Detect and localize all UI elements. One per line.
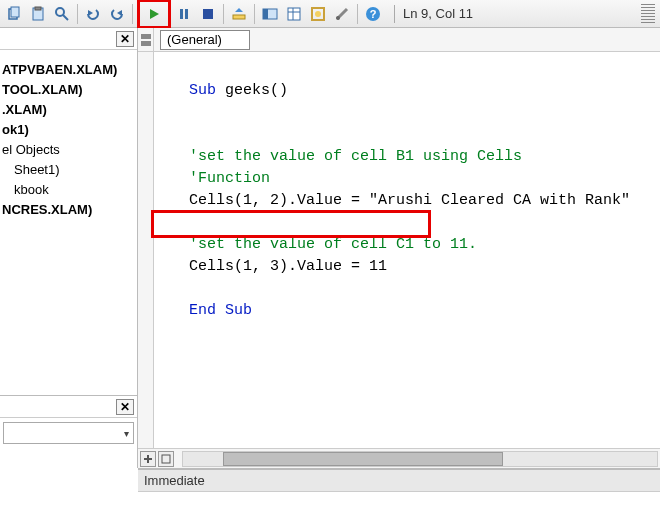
object-dropdown[interactable]: (General) — [160, 30, 250, 50]
svg-rect-12 — [233, 15, 245, 19]
svg-rect-16 — [288, 8, 300, 20]
code-editor[interactable]: Sub geeks() 'set the value of cell B1 us… — [138, 52, 660, 448]
tree-item[interactable]: Sheet1) — [0, 160, 137, 180]
tree-item[interactable]: ATPVBAEN.XLAM) — [0, 60, 137, 80]
code-line: Cells(1, 3).Value = 11 — [189, 258, 387, 275]
svg-rect-27 — [147, 455, 149, 463]
svg-rect-28 — [162, 455, 170, 463]
svg-text:?: ? — [370, 8, 377, 20]
code-text-span: geeks() — [216, 82, 288, 99]
help-icon[interactable]: ? — [362, 3, 384, 25]
toolbox-icon[interactable] — [331, 3, 353, 25]
svg-rect-11 — [203, 9, 213, 19]
split-toggle-icon[interactable] — [138, 28, 154, 51]
svg-rect-3 — [35, 7, 41, 10]
properties-dropdown[interactable]: ▾ — [3, 422, 134, 444]
code-text[interactable]: Sub geeks() 'set the value of cell B1 us… — [154, 52, 660, 448]
run-icon[interactable] — [143, 3, 165, 25]
redo-icon[interactable] — [106, 3, 128, 25]
code-keyword: Sub — [189, 82, 216, 99]
toolbar: ? Ln 9, Col 11 — [0, 0, 660, 28]
tree-item[interactable]: ok1) — [0, 120, 137, 140]
project-tree[interactable]: ATPVBAEN.XLAM) TOOL.XLAM) .XLAM) ok1) el… — [0, 50, 137, 395]
svg-marker-8 — [150, 9, 159, 19]
run-highlight — [137, 0, 171, 29]
undo-icon[interactable] — [82, 3, 104, 25]
code-editor-pane: (General) Sub geeks() 'set the value of … — [138, 28, 660, 468]
svg-point-20 — [315, 11, 321, 17]
svg-rect-25 — [141, 41, 151, 46]
tree-item[interactable]: TOOL.XLAM) — [0, 80, 137, 100]
svg-rect-10 — [185, 9, 188, 19]
project-explorer-icon[interactable] — [259, 3, 281, 25]
stop-icon[interactable] — [197, 3, 219, 25]
svg-line-5 — [63, 15, 68, 20]
paste-icon[interactable] — [27, 3, 49, 25]
properties-pane: ✕ ▾ — [0, 395, 137, 468]
main-area: ✕ ATPVBAEN.XLAM) TOOL.XLAM) .XLAM) ok1) … — [0, 28, 660, 468]
project-sidebar: ✕ ATPVBAEN.XLAM) TOOL.XLAM) .XLAM) ok1) … — [0, 28, 138, 468]
svg-marker-13 — [235, 8, 243, 12]
chevron-down-icon: ▾ — [124, 428, 129, 439]
design-mode-icon[interactable] — [228, 3, 250, 25]
svg-point-21 — [336, 16, 340, 20]
horizontal-scrollbar[interactable] — [138, 448, 660, 468]
project-pane-header: ✕ — [0, 28, 137, 50]
svg-marker-6 — [88, 10, 93, 16]
svg-rect-1 — [11, 7, 19, 17]
object-dropdown-label: (General) — [167, 32, 222, 47]
close-icon[interactable]: ✕ — [116, 31, 134, 47]
immediate-title: Immediate — [138, 470, 660, 492]
hscroll-track[interactable] — [182, 451, 658, 467]
editor-top-strip: (General) — [138, 28, 660, 52]
close-icon[interactable]: ✕ — [116, 399, 134, 415]
code-keyword: End Sub — [189, 302, 252, 319]
svg-rect-24 — [141, 34, 151, 39]
cursor-position: Ln 9, Col 11 — [399, 6, 477, 21]
view-mode-full-icon[interactable] — [158, 451, 174, 467]
code-comment: 'Function — [189, 170, 270, 187]
highlight-box — [151, 210, 431, 238]
copy-icon[interactable] — [3, 3, 25, 25]
svg-marker-7 — [117, 10, 122, 16]
editor-gutter — [138, 52, 154, 448]
tree-item[interactable]: .XLAM) — [0, 100, 137, 120]
tree-item[interactable]: kbook — [0, 180, 137, 200]
svg-rect-15 — [263, 9, 268, 19]
svg-point-4 — [56, 8, 64, 16]
properties-icon[interactable] — [283, 3, 305, 25]
pause-icon[interactable] — [173, 3, 195, 25]
immediate-window[interactable]: Immediate — [138, 468, 660, 508]
view-mode-icon[interactable] — [140, 451, 156, 467]
svg-rect-9 — [180, 9, 183, 19]
toolbar-grip-icon — [641, 4, 655, 24]
object-browser-icon[interactable] — [307, 3, 329, 25]
find-icon[interactable] — [51, 3, 73, 25]
code-line: Cells(1, 2).Value = "Arushi Cleared CA w… — [189, 192, 630, 209]
tree-item[interactable]: el Objects — [0, 140, 137, 160]
code-comment: 'set the value of cell C1 to 11. — [189, 236, 477, 253]
hscroll-thumb[interactable] — [223, 452, 503, 466]
code-comment: 'set the value of cell B1 using Cells — [189, 148, 522, 165]
tree-item[interactable]: NCRES.XLAM) — [0, 200, 137, 220]
